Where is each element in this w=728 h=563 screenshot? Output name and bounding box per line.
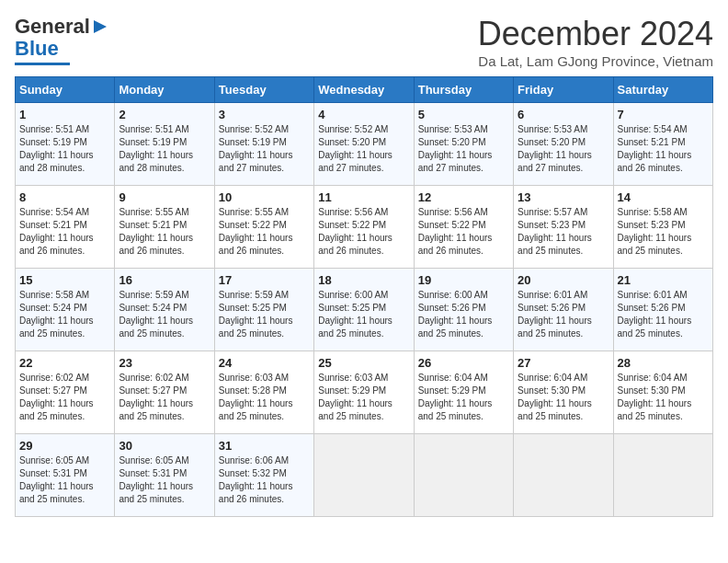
day-number: 27 <box>518 356 609 370</box>
calendar-cell: 2Sunrise: 5:51 AMSunset: 5:19 PMDaylight… <box>115 103 214 186</box>
calendar-cell: 31Sunrise: 6:06 AMSunset: 5:32 PMDayligh… <box>214 434 313 517</box>
cell-info: Sunrise: 6:04 AMSunset: 5:29 PMDaylight:… <box>418 372 509 423</box>
day-number: 18 <box>318 273 409 287</box>
day-number: 2 <box>119 108 210 121</box>
location-subtitle: Da Lat, Lam GJong Province, Vietnam <box>478 53 713 69</box>
cell-info: Sunrise: 6:01 AMSunset: 5:26 PMDaylight:… <box>618 289 709 340</box>
cell-info: Sunrise: 6:03 AMSunset: 5:28 PMDaylight:… <box>219 372 310 423</box>
day-number: 21 <box>618 273 709 287</box>
day-number: 1 <box>19 108 110 121</box>
cell-info: Sunrise: 5:55 AMSunset: 5:22 PMDaylight:… <box>219 206 310 258</box>
day-number: 23 <box>119 356 210 370</box>
cell-info: Sunrise: 5:51 AMSunset: 5:19 PMDaylight:… <box>19 123 110 175</box>
calendar-cell <box>414 434 513 517</box>
day-number: 10 <box>219 190 310 204</box>
cell-info: Sunrise: 5:53 AMSunset: 5:20 PMDaylight:… <box>418 123 509 175</box>
calendar-row: 22Sunrise: 6:02 AMSunset: 5:27 PMDayligh… <box>16 351 713 434</box>
cell-info: Sunrise: 5:53 AMSunset: 5:20 PMDaylight:… <box>518 123 609 175</box>
calendar-cell: 13Sunrise: 5:57 AMSunset: 5:23 PMDayligh… <box>514 186 613 269</box>
cell-info: Sunrise: 6:02 AMSunset: 5:27 PMDaylight:… <box>19 372 110 423</box>
title-block: December 2024 Da Lat, Lam GJong Province… <box>478 15 713 69</box>
page-header: General Blue December 2024 Da Lat, Lam G… <box>15 15 713 69</box>
header-wednesday: Wednesday <box>314 77 414 103</box>
calendar-cell: 11Sunrise: 5:56 AMSunset: 5:22 PMDayligh… <box>314 186 414 269</box>
day-number: 26 <box>418 356 509 370</box>
calendar-cell: 5Sunrise: 5:53 AMSunset: 5:20 PMDaylight… <box>414 103 513 186</box>
calendar-cell: 28Sunrise: 6:04 AMSunset: 5:30 PMDayligh… <box>613 351 712 434</box>
cell-info: Sunrise: 5:59 AMSunset: 5:24 PMDaylight:… <box>119 289 210 340</box>
day-number: 31 <box>219 439 310 453</box>
day-number: 30 <box>119 439 210 453</box>
calendar-cell: 18Sunrise: 6:00 AMSunset: 5:25 PMDayligh… <box>314 269 414 351</box>
cell-info: Sunrise: 5:56 AMSunset: 5:22 PMDaylight:… <box>318 206 409 258</box>
calendar-cell <box>314 434 414 517</box>
calendar-table: Sunday Monday Tuesday Wednesday Thursday… <box>15 76 713 517</box>
month-title: December 2024 <box>478 15 713 53</box>
cell-info: Sunrise: 6:00 AMSunset: 5:25 PMDaylight:… <box>318 289 409 340</box>
header-tuesday: Tuesday <box>214 77 313 103</box>
calendar-cell: 26Sunrise: 6:04 AMSunset: 5:29 PMDayligh… <box>414 351 513 434</box>
logo: General Blue <box>15 15 108 65</box>
day-number: 28 <box>618 356 709 370</box>
cell-info: Sunrise: 6:06 AMSunset: 5:32 PMDaylight:… <box>219 454 310 506</box>
calendar-cell: 9Sunrise: 5:55 AMSunset: 5:21 PMDaylight… <box>115 186 214 269</box>
day-number: 7 <box>618 108 709 121</box>
cell-info: Sunrise: 5:52 AMSunset: 5:19 PMDaylight:… <box>219 123 310 175</box>
calendar-cell: 8Sunrise: 5:54 AMSunset: 5:21 PMDaylight… <box>16 186 115 269</box>
cell-info: Sunrise: 6:05 AMSunset: 5:31 PMDaylight:… <box>19 454 110 506</box>
calendar-header: Sunday Monday Tuesday Wednesday Thursday… <box>16 77 713 103</box>
cell-info: Sunrise: 5:58 AMSunset: 5:23 PMDaylight:… <box>618 206 709 258</box>
day-number: 16 <box>119 273 210 287</box>
calendar-cell: 29Sunrise: 6:05 AMSunset: 5:31 PMDayligh… <box>16 434 115 517</box>
cell-info: Sunrise: 5:55 AMSunset: 5:21 PMDaylight:… <box>119 206 210 258</box>
day-number: 20 <box>518 273 609 287</box>
calendar-cell: 24Sunrise: 6:03 AMSunset: 5:28 PMDayligh… <box>214 351 313 434</box>
calendar-cell: 21Sunrise: 6:01 AMSunset: 5:26 PMDayligh… <box>613 269 712 351</box>
header-monday: Monday <box>115 77 214 103</box>
cell-info: Sunrise: 5:52 AMSunset: 5:20 PMDaylight:… <box>318 123 409 175</box>
cell-info: Sunrise: 5:59 AMSunset: 5:25 PMDaylight:… <box>219 289 310 340</box>
header-friday: Friday <box>514 77 613 103</box>
calendar-row: 15Sunrise: 5:58 AMSunset: 5:24 PMDayligh… <box>16 269 713 351</box>
day-number: 25 <box>318 356 409 370</box>
cell-info: Sunrise: 6:04 AMSunset: 5:30 PMDaylight:… <box>618 372 709 423</box>
logo-arrow-icon <box>92 18 108 35</box>
header-sunday: Sunday <box>16 77 115 103</box>
calendar-row: 29Sunrise: 6:05 AMSunset: 5:31 PMDayligh… <box>16 434 713 517</box>
day-number: 6 <box>518 108 609 121</box>
day-number: 13 <box>518 190 609 204</box>
cell-info: Sunrise: 5:51 AMSunset: 5:19 PMDaylight:… <box>119 123 210 175</box>
day-number: 22 <box>19 356 110 370</box>
calendar-cell: 14Sunrise: 5:58 AMSunset: 5:23 PMDayligh… <box>613 186 712 269</box>
cell-info: Sunrise: 6:03 AMSunset: 5:29 PMDaylight:… <box>318 372 409 423</box>
header-saturday: Saturday <box>613 77 712 103</box>
day-number: 8 <box>19 190 110 204</box>
calendar-cell: 19Sunrise: 6:00 AMSunset: 5:26 PMDayligh… <box>414 269 513 351</box>
calendar-cell: 16Sunrise: 5:59 AMSunset: 5:24 PMDayligh… <box>115 269 214 351</box>
calendar-row: 1Sunrise: 5:51 AMSunset: 5:19 PMDaylight… <box>16 103 713 186</box>
cell-info: Sunrise: 6:00 AMSunset: 5:26 PMDaylight:… <box>418 289 509 340</box>
logo-text-blue: Blue <box>15 37 59 61</box>
day-number: 15 <box>19 273 110 287</box>
calendar-body: 1Sunrise: 5:51 AMSunset: 5:19 PMDaylight… <box>16 103 713 517</box>
calendar-cell <box>514 434 613 517</box>
calendar-cell: 4Sunrise: 5:52 AMSunset: 5:20 PMDaylight… <box>314 103 414 186</box>
day-number: 29 <box>19 439 110 453</box>
day-number: 11 <box>318 190 409 204</box>
calendar-cell: 1Sunrise: 5:51 AMSunset: 5:19 PMDaylight… <box>16 103 115 186</box>
calendar-cell <box>613 434 712 517</box>
day-number: 17 <box>219 273 310 287</box>
cell-info: Sunrise: 5:54 AMSunset: 5:21 PMDaylight:… <box>618 123 709 175</box>
calendar-cell: 7Sunrise: 5:54 AMSunset: 5:21 PMDaylight… <box>613 103 712 186</box>
day-number: 9 <box>119 190 210 204</box>
header-thursday: Thursday <box>414 77 513 103</box>
cell-info: Sunrise: 6:04 AMSunset: 5:30 PMDaylight:… <box>518 372 609 423</box>
cell-info: Sunrise: 5:54 AMSunset: 5:21 PMDaylight:… <box>19 206 110 258</box>
day-number: 24 <box>219 356 310 370</box>
logo-text-general: General <box>15 15 90 39</box>
day-number: 5 <box>418 108 509 121</box>
cell-info: Sunrise: 5:58 AMSunset: 5:24 PMDaylight:… <box>19 289 110 340</box>
cell-info: Sunrise: 6:05 AMSunset: 5:31 PMDaylight:… <box>119 454 210 506</box>
day-number: 4 <box>318 108 409 121</box>
day-number: 19 <box>418 273 509 287</box>
